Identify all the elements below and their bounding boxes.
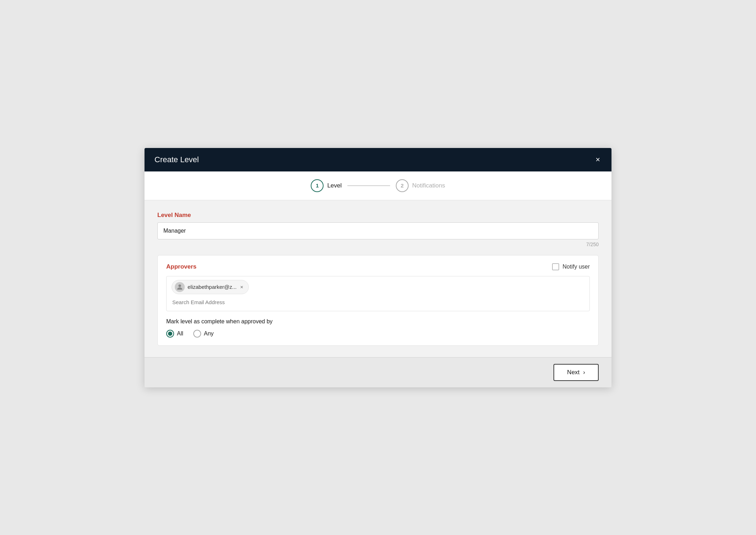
close-button[interactable]: ×: [594, 154, 602, 165]
stepper-bar: 1 Level 2 Notifications: [145, 171, 611, 200]
step-2-label: Notifications: [412, 182, 445, 189]
approvers-card: Approvers Notify user elizabethparker@z.…: [157, 255, 599, 346]
level-name-field: Level Name 7/250: [157, 212, 599, 247]
step-2: 2 Notifications: [396, 179, 445, 192]
approver-input-box: elizabethparker@z... ×: [166, 276, 590, 311]
user-avatar-icon: [176, 283, 184, 291]
notify-user-label: Notify user: [563, 264, 590, 270]
step-1-label: Level: [327, 182, 342, 189]
radio-group: All Any: [166, 330, 590, 338]
approvers-label: Approvers: [166, 263, 196, 270]
radio-all-label: All: [177, 330, 183, 337]
radio-all-button[interactable]: [166, 330, 174, 338]
approver-avatar: [175, 282, 185, 292]
char-count: 7/250: [157, 242, 599, 247]
next-icon: ›: [583, 369, 585, 376]
step-1-circle: 1: [311, 179, 324, 192]
radio-any-label: Any: [204, 330, 214, 337]
radio-all-option[interactable]: All: [166, 330, 183, 338]
approver-remove-button[interactable]: ×: [240, 284, 244, 290]
next-label: Next: [567, 369, 579, 376]
modal-title: Create Level: [154, 155, 199, 164]
notify-user-checkbox[interactable]: [552, 263, 559, 270]
approvers-header: Approvers Notify user: [166, 263, 590, 270]
mark-complete-label: Mark level as complete when approved by: [166, 318, 590, 325]
approver-tag: elizabethparker@z... ×: [172, 280, 249, 294]
notify-user-section: Notify user: [552, 263, 590, 270]
approver-email: elizabethparker@z...: [188, 284, 237, 290]
create-level-modal: Create Level × 1 Level 2 Notifications L…: [145, 148, 611, 387]
modal-footer: Next ›: [145, 357, 611, 387]
modal-body: Level Name 7/250 Approvers Notify user: [145, 200, 611, 357]
search-email-input[interactable]: [172, 297, 584, 307]
level-name-input[interactable]: [157, 222, 599, 239]
next-button[interactable]: Next ›: [553, 364, 599, 381]
radio-any-button[interactable]: [193, 330, 201, 338]
step-connector: [347, 185, 390, 186]
mark-complete-section: Mark level as complete when approved by …: [166, 318, 590, 338]
svg-point-0: [178, 284, 181, 287]
level-name-label: Level Name: [157, 212, 599, 219]
radio-any-option[interactable]: Any: [193, 330, 214, 338]
modal-header: Create Level ×: [145, 148, 611, 171]
step-2-circle: 2: [396, 179, 409, 192]
step-1: 1 Level: [311, 179, 342, 192]
